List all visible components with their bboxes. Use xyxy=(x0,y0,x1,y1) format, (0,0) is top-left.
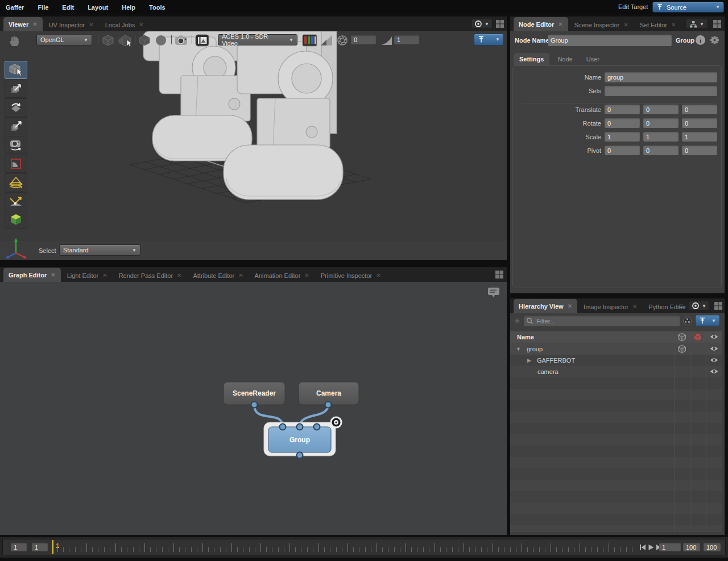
select-objects-icon[interactable] xyxy=(117,34,133,47)
tab-uv-inspector[interactable]: UV Inspector✕ xyxy=(44,18,99,31)
layout-grid-icon[interactable] xyxy=(713,19,722,28)
pivot-z-field[interactable] xyxy=(682,146,717,155)
hierarchy-focus-menu[interactable]: ▼ xyxy=(689,301,709,311)
ruler-major-ticks[interactable] xyxy=(57,543,635,552)
star-icon[interactable]: ★ xyxy=(514,316,521,325)
renderer-dropdown[interactable]: OpenGL▼ xyxy=(36,34,92,45)
close-icon[interactable]: ✕ xyxy=(51,272,55,278)
filter-input[interactable] xyxy=(535,315,677,326)
info-icon[interactable]: i xyxy=(696,35,705,45)
close-icon[interactable]: ✕ xyxy=(177,272,181,279)
menu-lines-icon[interactable]: ≡ xyxy=(679,302,684,310)
node-editor-follow-menu[interactable]: ▼ xyxy=(685,19,708,29)
rotate-x-field[interactable] xyxy=(605,118,640,128)
tab-hierarchy-view[interactable]: Hierarchy View✕ xyxy=(514,299,577,313)
frame-in-field[interactable] xyxy=(659,543,681,551)
close-icon[interactable]: ✕ xyxy=(32,21,37,27)
tab-node-editor[interactable]: Node Editor✕ xyxy=(514,17,568,31)
layout-grid-icon[interactable] xyxy=(495,270,504,279)
scale-y-field[interactable] xyxy=(643,132,679,142)
tab-set-editor[interactable]: Set Editor✕ xyxy=(635,18,681,31)
expander-open-icon[interactable]: ▼ xyxy=(516,346,521,352)
tool-rotate[interactable] xyxy=(5,98,27,117)
translate-z-field[interactable] xyxy=(682,105,717,114)
menu-edit[interactable]: Edit xyxy=(62,4,74,11)
name-column-header[interactable]: Name xyxy=(517,334,534,340)
pan-hand-icon[interactable] xyxy=(7,34,22,48)
close-icon[interactable]: ✕ xyxy=(568,303,572,309)
wireframe-cube-icon[interactable] xyxy=(102,35,114,46)
edit-target-dropdown[interactable]: Source ▼ xyxy=(652,2,724,13)
play-icon[interactable] xyxy=(648,544,655,551)
tool-select[interactable] xyxy=(5,61,27,79)
aperture-icon[interactable] xyxy=(337,35,348,46)
tab-graph-editor[interactable]: Graph Editor✕ xyxy=(3,268,61,282)
node-camera[interactable]: Camera xyxy=(299,382,359,408)
subtab-settings[interactable]: Settings xyxy=(514,53,549,65)
rotate-y-field[interactable] xyxy=(643,118,679,128)
menu-tools[interactable]: Tools xyxy=(149,4,166,11)
filter-search-box[interactable] xyxy=(524,315,680,326)
close-icon[interactable]: ✕ xyxy=(376,272,380,279)
row-camera-eye-icon[interactable] xyxy=(710,368,718,375)
subtab-node[interactable]: Node xyxy=(552,53,578,65)
rgb-channels-icon[interactable] xyxy=(302,34,317,47)
frame-current-field[interactable] xyxy=(32,543,48,551)
close-icon[interactable]: ✕ xyxy=(671,22,676,28)
input-port[interactable] xyxy=(280,424,286,430)
node-group-selected[interactable]: Group xyxy=(264,417,342,459)
close-icon[interactable]: ✕ xyxy=(238,272,243,279)
tab-animation-editor[interactable]: Animation Editor✕ xyxy=(250,269,315,282)
select-dropdown[interactable]: Standard▼ xyxy=(59,244,140,256)
tool-light-position[interactable] xyxy=(5,192,27,210)
exposure-field[interactable] xyxy=(351,35,376,44)
output-port[interactable] xyxy=(297,452,303,459)
skip-to-start-icon[interactable] xyxy=(639,544,646,551)
close-icon[interactable]: ✕ xyxy=(102,272,107,279)
hierarchy-pin-dropdown[interactable]: ▼ xyxy=(695,315,720,326)
subtab-user[interactable]: User xyxy=(581,53,605,65)
gear-icon[interactable] xyxy=(709,35,720,45)
node-name-input[interactable] xyxy=(548,35,672,46)
viewport-3d[interactable] xyxy=(0,31,507,241)
node-graph-canvas[interactable]: SceneReader Camera Group xyxy=(0,282,507,535)
pivot-x-field[interactable] xyxy=(605,146,640,155)
shading-cube-icon[interactable] xyxy=(138,35,151,46)
input-port[interactable] xyxy=(297,424,303,430)
tool-edit-cube[interactable] xyxy=(5,211,27,229)
pivot-y-field[interactable] xyxy=(643,146,679,155)
row-group-cube-icon[interactable] xyxy=(677,344,686,354)
translate-x-field[interactable] xyxy=(605,105,640,114)
focus-ring-icon[interactable] xyxy=(330,417,342,429)
input-port[interactable] xyxy=(314,424,320,430)
red-cube-column-icon[interactable] xyxy=(693,333,702,342)
sets-filter-icon[interactable] xyxy=(682,316,692,326)
row-gafferbot-eye-icon[interactable] xyxy=(710,357,718,363)
tab-viewer[interactable]: Viewer✕ xyxy=(3,17,43,31)
tab-attribute-editor[interactable]: Attribute Editor✕ xyxy=(188,269,248,282)
output-port[interactable] xyxy=(251,402,258,408)
tool-light[interactable] xyxy=(5,173,27,192)
translate-y-field[interactable] xyxy=(643,105,679,114)
name-input[interactable] xyxy=(605,72,717,82)
viewer-pin-dropdown[interactable]: ▼ xyxy=(474,34,504,45)
frame-end-field[interactable] xyxy=(704,543,721,551)
viewer-focus-menu[interactable]: ▼ xyxy=(471,19,493,29)
close-icon[interactable]: ✕ xyxy=(632,304,637,310)
close-icon[interactable]: ✕ xyxy=(623,22,628,28)
menu-help[interactable]: Help xyxy=(122,4,135,11)
tab-scene-inspector[interactable]: Scene Inspector✕ xyxy=(569,18,634,31)
tab-light-editor[interactable]: Light Editor✕ xyxy=(62,269,113,282)
close-icon[interactable]: ✕ xyxy=(558,21,562,27)
close-icon[interactable]: ✕ xyxy=(304,272,309,279)
scale-z-field[interactable] xyxy=(682,132,717,142)
gamma-curve-icon[interactable] xyxy=(380,34,393,47)
output-port[interactable] xyxy=(325,402,332,408)
tab-render-pass-editor[interactable]: Render Pass Editor✕ xyxy=(114,269,187,282)
eye-column-icon[interactable] xyxy=(710,334,718,340)
rotate-z-field[interactable] xyxy=(682,118,717,128)
frame-start-field[interactable] xyxy=(11,543,27,551)
node-scenereader[interactable]: SceneReader xyxy=(224,382,285,408)
display-transform-dropdown[interactable]: ACES 1.0 - SDR Video▼ xyxy=(218,34,297,45)
tab-local-jobs[interactable]: Local Jobs✕ xyxy=(100,18,149,31)
